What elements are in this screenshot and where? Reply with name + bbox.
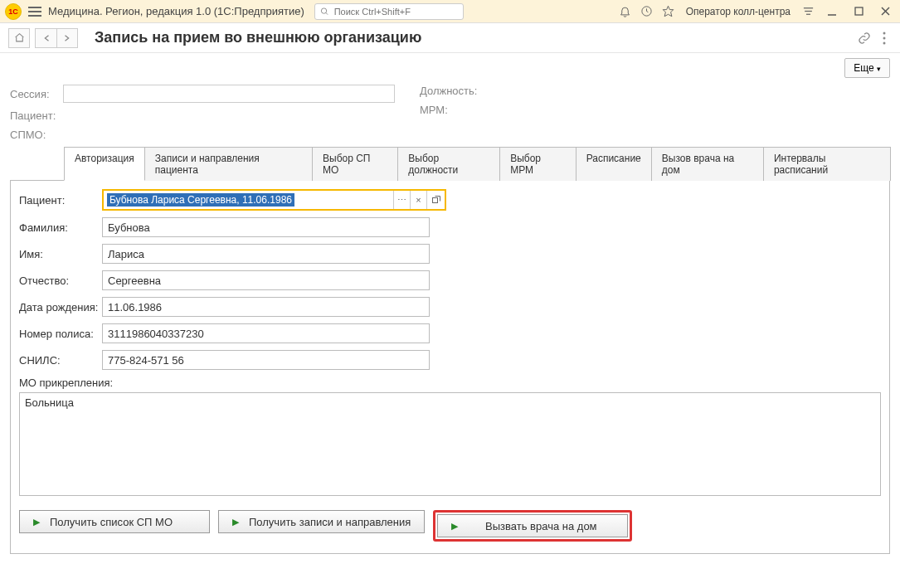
patient-value: Бубнова Лариса Сергеевна, 11.06.1986: [104, 191, 393, 209]
bell-icon[interactable]: [618, 4, 633, 19]
global-search-input[interactable]: [333, 6, 458, 17]
header-patient-label: Пациент:: [10, 109, 58, 122]
more-button[interactable]: Еще ▾: [844, 58, 890, 78]
back-button[interactable]: [35, 28, 56, 48]
maximize-button[interactable]: [849, 3, 868, 20]
action-row: ▶ Получить список СП МО ▶ Получить запис…: [19, 510, 881, 542]
middlename-input[interactable]: [102, 270, 430, 290]
get-sp-mo-button[interactable]: ▶ Получить список СП МО: [19, 510, 210, 533]
tab-select-position[interactable]: Выбор должности: [397, 147, 500, 181]
titlebar: 1C Медицина. Регион, редакция 1.0 (1С:Пр…: [0, 0, 900, 23]
firstname-input[interactable]: [102, 244, 430, 264]
page-toolbar: Запись на прием во внешнюю организацию: [0, 23, 900, 53]
call-doctor-label: Вызвать врача на дом: [468, 520, 614, 532]
search-icon: [320, 7, 329, 17]
tabs: Авторизация Записи и направления пациент…: [10, 146, 890, 181]
call-doctor-button[interactable]: ▶ Вызвать врача на дом: [437, 514, 628, 537]
session-label: Сессия:: [10, 88, 58, 100]
header-fields: Сессия: Пациент: СПМО: Должность: МРМ:: [10, 85, 890, 141]
position-label: Должность:: [420, 85, 486, 97]
patient-dots-button[interactable]: ⋯: [393, 191, 410, 209]
patient-clear-button[interactable]: ×: [410, 191, 426, 209]
get-records-label: Получить записи и направления: [249, 516, 411, 528]
patient-open-button[interactable]: [426, 191, 445, 209]
birthdate-label: Дата рождения:: [19, 301, 102, 313]
play-icon: ▶: [451, 521, 458, 532]
content: Еще ▾ Сессия: Пациент: СПМО: Должность: …: [0, 53, 900, 562]
policy-label: Номер полиса:: [19, 328, 102, 340]
birthdate-input[interactable]: [102, 297, 430, 317]
app-title: Медицина. Регион, редакция 1.0 (1С:Предп…: [48, 5, 304, 17]
svg-point-13: [883, 41, 886, 44]
firstname-label: Имя:: [19, 248, 102, 260]
spmo-label: СПМО:: [10, 129, 58, 141]
mo-label: МО прикрепления:: [19, 377, 881, 389]
lastname-label: Фамилия:: [19, 221, 102, 234]
svg-rect-14: [432, 198, 437, 203]
tab-schedule-intervals[interactable]: Интервалы расписаний: [763, 147, 891, 181]
tab-schedule[interactable]: Расписание: [576, 147, 652, 181]
forward-button[interactable]: [56, 28, 78, 48]
policy-input[interactable]: [102, 323, 430, 343]
session-input[interactable]: [63, 85, 395, 103]
logo-1c: 1C: [5, 3, 22, 20]
kebab-icon[interactable]: [877, 31, 892, 46]
minimize-button[interactable]: [822, 3, 842, 20]
play-icon: ▶: [33, 517, 40, 527]
get-sp-mo-label: Получить список СП МО: [50, 516, 173, 528]
get-records-button[interactable]: ▶ Получить записи и направления: [218, 510, 425, 533]
svg-point-11: [883, 32, 886, 34]
role-label: Оператор колл-центра: [686, 6, 791, 17]
nav-group: [35, 28, 78, 48]
tab-authorization[interactable]: Авторизация: [64, 147, 145, 181]
tab-body: Пациент: Бубнова Лариса Сергеевна, 11.06…: [10, 181, 890, 554]
svg-line-1: [326, 12, 328, 14]
snils-input[interactable]: [102, 350, 430, 370]
history-icon[interactable]: [640, 4, 654, 19]
tab-call-doctor[interactable]: Вызов врача на дом: [651, 147, 764, 181]
star-icon[interactable]: [661, 4, 676, 19]
global-search[interactable]: [314, 3, 464, 20]
svg-marker-3: [663, 6, 674, 17]
patient-label: Пациент:: [19, 194, 102, 207]
play-icon: ▶: [232, 517, 239, 527]
svg-rect-8: [855, 7, 863, 15]
highlight-frame: ▶ Вызвать врача на дом: [433, 510, 632, 542]
page-title: Запись на прием во внешнюю организацию: [95, 29, 421, 46]
patient-select-box[interactable]: Бубнова Лариса Сергеевна, 11.06.1986 ⋯ ×: [102, 189, 446, 211]
tab-select-mrm[interactable]: Выбор МРМ: [499, 147, 576, 181]
lastname-input[interactable]: [102, 217, 430, 237]
snils-label: СНИЛС:: [19, 354, 102, 367]
settings-lines-icon[interactable]: [800, 4, 815, 19]
tab-patient-records[interactable]: Записи и направления пациента: [144, 147, 313, 181]
middlename-label: Отчество:: [19, 275, 102, 287]
home-button[interactable]: [8, 28, 30, 48]
tab-select-sp-mo[interactable]: Выбор СП МО: [312, 147, 398, 181]
link-icon[interactable]: [857, 31, 872, 46]
mo-textarea[interactable]: [19, 392, 881, 496]
close-button[interactable]: [875, 3, 895, 20]
svg-point-0: [321, 7, 326, 12]
main-menu-icon[interactable]: [28, 7, 41, 17]
svg-point-12: [883, 36, 886, 39]
mrm-label: МРМ:: [420, 104, 486, 116]
